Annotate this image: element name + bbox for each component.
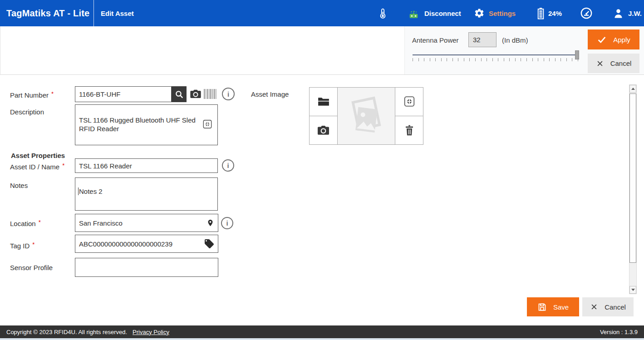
reader-icon	[407, 8, 420, 19]
notes-textarea[interactable]: Notes 2	[75, 177, 218, 211]
delete-image-button[interactable]	[395, 116, 423, 145]
close-icon	[590, 303, 598, 311]
collapse-icon	[202, 118, 212, 130]
antenna-cancel-button[interactable]: Cancel	[588, 54, 639, 73]
save-button[interactable]: Save	[527, 297, 579, 316]
location-input[interactable]	[75, 214, 218, 232]
version-text: Version : 1.3.9	[600, 329, 638, 335]
asset-id-label: Asset ID / Name*	[10, 162, 64, 171]
barcode-scan-button[interactable]	[204, 89, 216, 99]
check-icon	[597, 34, 607, 44]
camera-icon	[316, 123, 331, 137]
app-title: TagMatiks AT - Lite	[0, 0, 94, 26]
antenna-power-slider-ticks	[413, 58, 579, 61]
thermometer-icon	[377, 7, 388, 20]
folder-icon	[316, 95, 331, 108]
location-label: Location*	[10, 219, 41, 227]
asset-id-input[interactable]	[75, 158, 218, 173]
battery-percent: 24%	[548, 10, 562, 17]
scroll-up-button[interactable]	[629, 85, 636, 93]
antenna-power-input[interactable]	[468, 32, 497, 47]
antenna-power-label: Antenna Power	[412, 36, 459, 44]
top-strip: Antenna Power (In dBm) Apply Cancel	[0, 26, 644, 75]
image-collapse-button[interactable]	[395, 87, 423, 116]
vertical-scrollbar[interactable]	[629, 84, 637, 294]
tag-icon[interactable]	[204, 238, 215, 249]
antenna-power-slider[interactable]	[413, 54, 579, 55]
asset-image-placeholder	[337, 87, 395, 145]
asset-image-label: Asset Image	[251, 90, 289, 98]
user-icon	[613, 8, 624, 19]
save-label: Save	[553, 303, 569, 311]
part-number-label: Part Number*	[10, 90, 54, 99]
barcode-icon	[204, 89, 216, 99]
save-icon	[537, 302, 547, 312]
notes-label: Notes	[10, 182, 28, 189]
gear-icon	[474, 8, 485, 19]
copyright-text: Copyright © 2023 RFID4U. All rights rese…	[6, 329, 127, 335]
collapse-icon	[403, 95, 415, 108]
temperature-button[interactable]	[377, 0, 388, 26]
part-number-info-icon[interactable]: i	[222, 88, 235, 100]
disconnect-label: Disconnect	[424, 10, 461, 17]
cancel-button[interactable]: Cancel	[582, 297, 634, 316]
asset-image-panel	[309, 87, 423, 145]
footer-bar: Copyright © 2023 RFID4U. All rights rese…	[0, 325, 644, 338]
disconnect-button[interactable]: Disconnect	[407, 0, 461, 26]
scroll-up-icon	[631, 88, 635, 90]
battery-icon	[537, 7, 544, 20]
scroll-down-icon	[631, 289, 635, 291]
description-collapse-button[interactable]	[202, 118, 212, 130]
header-bar: TagMatiks AT - Lite Edit Asset Disconnec…	[0, 0, 644, 26]
close-icon	[596, 59, 604, 68]
location-info-icon[interactable]: i	[221, 217, 233, 229]
antenna-power-panel: Antenna Power (In dBm) Apply Cancel	[404, 26, 644, 74]
gauge-icon	[580, 7, 593, 20]
antenna-power-unit-label: (In dBm)	[502, 36, 528, 44]
search-icon	[174, 89, 184, 99]
sensor-profile-label: Sensor Profile	[10, 264, 53, 271]
capture-image-button[interactable]	[309, 116, 337, 145]
page-title: Edit Asset	[94, 10, 134, 17]
scrollbar-thumb[interactable]	[629, 94, 636, 263]
location-field	[75, 214, 218, 232]
image-placeholder-icon	[341, 91, 392, 142]
description-label: Description	[10, 108, 44, 116]
bottom-strip	[0, 338, 644, 340]
apply-button[interactable]: Apply	[588, 30, 639, 49]
description-textarea[interactable]: TSL 1166 Rugged Bluetooth UHF Sled RFID …	[75, 104, 218, 145]
gauge-button[interactable]	[580, 0, 593, 26]
antenna-cancel-label: Cancel	[610, 59, 632, 67]
camera-icon	[189, 88, 202, 100]
user-initials: J.W.	[628, 10, 642, 17]
asset-id-info-icon[interactable]: i	[222, 159, 234, 172]
apply-label: Apply	[613, 36, 630, 44]
trash-icon	[403, 124, 415, 137]
settings-button[interactable]: Settings	[474, 0, 516, 26]
asset-properties-section-title: Asset Properties	[11, 152, 65, 159]
settings-label: Settings	[489, 10, 516, 17]
tag-id-field	[75, 235, 218, 253]
sensor-profile-input[interactable]	[75, 258, 218, 277]
location-pin-icon[interactable]	[206, 217, 214, 228]
browse-image-button[interactable]	[309, 87, 337, 116]
cancel-label: Cancel	[605, 303, 626, 311]
tag-id-label: Tag ID*	[10, 241, 34, 250]
tag-id-input[interactable]	[75, 235, 218, 253]
privacy-policy-link[interactable]: Privacy Policy	[133, 329, 169, 335]
scroll-down-button[interactable]	[629, 286, 636, 294]
part-camera-button[interactable]	[189, 88, 202, 100]
battery-indicator: 24%	[537, 0, 562, 26]
part-search-button[interactable]	[172, 86, 187, 102]
user-menu[interactable]: J.W.	[613, 0, 642, 26]
part-number-input[interactable]	[75, 86, 172, 102]
